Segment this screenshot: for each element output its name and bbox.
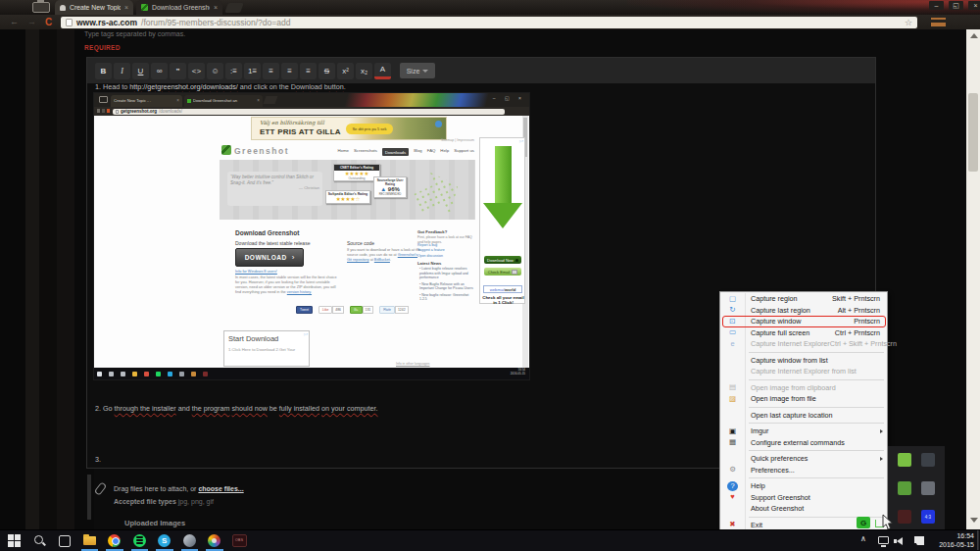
- menu-item-quick-preferences[interactable]: Quick preferences: [721, 453, 886, 465]
- menu-item-open-image-from-file[interactable]: ▨ Open image from file: [721, 393, 886, 405]
- webmailworld-logo: webmailworld: [483, 285, 522, 293]
- address-bar[interactable]: www.rs-ac.com /forum/95-members-discussi…: [61, 17, 917, 28]
- inner-tab-close-icon: ×: [257, 98, 260, 103]
- capture-fullscreen-icon: ▭: [727, 327, 738, 337]
- superscript-button[interactable]: x²: [337, 63, 354, 79]
- taskbar-app-icon: [208, 534, 220, 547]
- inner-theme-rainbow: [341, 93, 506, 107]
- align-right-button[interactable]: ≡: [300, 63, 317, 79]
- taskbar-app-icon: [133, 534, 146, 547]
- emoji-button[interactable]: ☺: [207, 63, 223, 79]
- start-button[interactable]: [2, 529, 27, 551]
- social-button: Like 486: [318, 306, 344, 313]
- task-view-button[interactable]: [52, 529, 77, 551]
- menu-item-imgur[interactable]: ▣ Imgur: [721, 426, 886, 437]
- align-left-button[interactable]: ≡: [263, 63, 279, 79]
- capture-region-icon: ▢: [727, 294, 738, 304]
- code-button[interactable]: <>: [188, 63, 205, 79]
- link-button[interactable]: ∞: [151, 63, 168, 79]
- tray-razer-icon[interactable]: [898, 453, 911, 467]
- bookmark-star-icon[interactable]: ☆: [905, 18, 912, 27]
- bullet-list-button[interactable]: :≡: [225, 63, 242, 79]
- menu-item-capture-ie-from-list[interactable]: Capture Internet Explorer from list: [721, 366, 886, 377]
- menu-item-capture-region[interactable]: ▢ Capture region Skift + Prntscrn: [721, 293, 886, 305]
- inner-explorer-icon: [132, 372, 137, 376]
- restore-button[interactable]: ◱: [949, 1, 963, 10]
- embedded-screenshot-image[interactable]: Create New Topic - . × Download Greensho…: [94, 93, 529, 379]
- menu-item-open-last-capture-location[interactable]: Open last capture location: [721, 410, 886, 422]
- inner-download-button: DOWNLOAD ›: [235, 248, 304, 267]
- menu-item-preferences[interactable]: ⚙ Preferences...: [721, 465, 886, 476]
- inner-nav-item: Help: [440, 148, 449, 156]
- search-button[interactable]: [27, 529, 53, 551]
- printer-icon[interactable]: [32, 2, 50, 13]
- taskbar-clock[interactable]: 16:54 2016-05-15: [925, 532, 974, 549]
- back-icon[interactable]: ←: [10, 16, 19, 28]
- reload-icon[interactable]: C: [45, 16, 52, 28]
- close-button[interactable]: ×: [968, 1, 980, 10]
- chrome-button[interactable]: [102, 529, 127, 551]
- paint-button[interactable]: [202, 529, 227, 551]
- tab-close-icon[interactable]: ×: [124, 4, 128, 11]
- menu-hamburger-icon[interactable]: [931, 18, 946, 26]
- minimize-button[interactable]: –: [929, 1, 944, 10]
- steam-button[interactable]: [177, 529, 203, 551]
- volume-icon[interactable]: [897, 537, 903, 545]
- greenshot-tray-icon[interactable]: G: [857, 517, 870, 528]
- stable-release-paragraph: In most cases, the latest stable version…: [235, 276, 339, 296]
- menu-item-capture-window[interactable]: ⊡ Capture window Prntscrn: [721, 316, 886, 327]
- inner-app-icon: [179, 372, 184, 376]
- forum-favicon: [60, 5, 66, 11]
- menu-item-about-greenshot[interactable]: About Greenshot: [721, 503, 886, 515]
- align-center-button[interactable]: ≡: [281, 63, 298, 79]
- network-icon[interactable]: [878, 536, 889, 544]
- attach-drop-zone[interactable]: Drag files here to attach, or choose fil…: [114, 485, 244, 492]
- strikethrough-button[interactable]: S: [318, 63, 335, 79]
- bold-button[interactable]: B: [95, 63, 112, 79]
- choose-files-link[interactable]: choose files...: [198, 485, 243, 492]
- tray-display-ratio-icon[interactable]: 4:3: [921, 510, 935, 524]
- tab-download-greenshot[interactable]: Download Greenshot and ×: [136, 0, 222, 15]
- forward-icon[interactable]: →: [27, 16, 36, 28]
- underline-button[interactable]: U: [132, 63, 149, 79]
- text-color-button[interactable]: A: [374, 63, 391, 79]
- scrollbar-down-icon[interactable]: [970, 518, 978, 523]
- font-size-dropdown[interactable]: Size: [400, 63, 435, 78]
- menu-item-capture-full-screen[interactable]: ▭ Capture full screen Ctrl + Prntscrn: [721, 327, 886, 339]
- menu-item-capture-internet-explorer[interactable]: e Capture Internet Explorer Ctrl + Skift…: [721, 338, 886, 350]
- social-buttons-row: Tweet Like 486 G+ 131 Flattr 1242: [296, 306, 409, 313]
- page-icon: [66, 19, 73, 27]
- menu-item-help[interactable]: ? Help: [721, 480, 886, 492]
- menu-item-capture-last-region[interactable]: ↻ Capture last region Alt + Prntscrn: [721, 305, 886, 317]
- show-desktop-button[interactable]: [977, 530, 979, 550]
- tab-create-new-topic[interactable]: Create New Topic - . ×: [55, 0, 133, 15]
- tab-close-icon[interactable]: ×: [214, 4, 218, 11]
- tray-display-icon[interactable]: [921, 453, 935, 467]
- numbered-list-button[interactable]: 1≡: [244, 63, 261, 79]
- file-explorer-button[interactable]: [77, 529, 103, 551]
- menu-item-capture-window-from-list[interactable]: Capture window from list: [721, 355, 886, 367]
- subscript-button[interactable]: x₂: [356, 63, 372, 79]
- tray-steam-icon[interactable]: [921, 481, 935, 495]
- tray-recorder-icon[interactable]: [898, 510, 911, 524]
- menu-item-open-image-from-clipboard[interactable]: ▤ Open image from clipboard: [721, 382, 886, 394]
- tray-chevron-icon[interactable]: ∧: [860, 534, 866, 543]
- spotify-button[interactable]: [127, 529, 153, 551]
- font-size-label: Size: [407, 68, 420, 75]
- quote-button[interactable]: ”: [170, 63, 186, 79]
- tray-geforce-icon[interactable]: [898, 481, 911, 495]
- menu-item-configure-external-commands[interactable]: ▦ Configure external commands: [721, 437, 886, 449]
- scrollbar-thumb[interactable]: [968, 93, 978, 172]
- tray-overflow-flyout: 4:3: [888, 446, 945, 529]
- italic-button[interactable]: I: [114, 63, 130, 79]
- inner-nav-item: Blog: [414, 148, 422, 156]
- skype-button[interactable]: S: [152, 529, 177, 551]
- menu-item-support-greenshot[interactable]: ♥ Support Greenshot: [721, 492, 886, 504]
- internet-explorer-icon: e: [727, 339, 738, 349]
- scrollbar-up-icon[interactable]: [970, 33, 978, 38]
- obs-button[interactable]: OBS: [227, 529, 253, 551]
- inner-chrome-icon: [144, 372, 149, 376]
- inner-window-controls: – ◱ ×: [493, 95, 525, 101]
- inner-taskbar: [94, 368, 529, 379]
- greenshot-context-menu: ▢ Capture region Skift + Prntscrn ↻ Capt…: [719, 291, 888, 532]
